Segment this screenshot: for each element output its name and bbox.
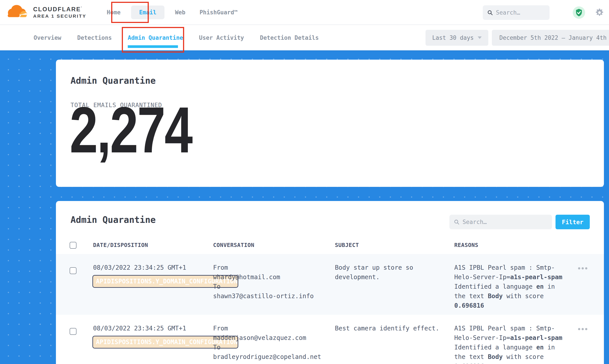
row-actions-menu[interactable] xyxy=(578,328,587,330)
table-row: 08/03/2022 23:34:25 GMT+1 APIDISPOSITION… xyxy=(56,315,604,364)
gear-icon xyxy=(595,8,604,17)
table-row: 08/03/2022 23:34:25 GMT+1 APIDISPOSITION… xyxy=(56,254,604,315)
section-tab-bar: Overview Detections Admin Quarantine Use… xyxy=(0,25,609,50)
to-address: bradleyrodriguez@copeland.net xyxy=(213,352,332,362)
tab-admin-quarantine[interactable]: Admin Quarantine xyxy=(128,34,183,41)
metric-value: 2,274 xyxy=(70,66,192,194)
tab-overview[interactable]: Overview xyxy=(34,34,61,41)
search-icon xyxy=(454,219,459,225)
summary-card: Admin Quarantine TOTAL EMAILS QUARANTINE… xyxy=(56,60,604,187)
nav-item-phishguard[interactable]: PhishGuard™ xyxy=(200,9,238,16)
column-header-subject: SUBJECT xyxy=(335,242,359,248)
brand-trademark: ’ xyxy=(81,6,82,9)
from-label: From xyxy=(213,324,332,333)
row-date: 08/03/2022 23:34:25 GMT+1 xyxy=(93,263,186,272)
time-range-label: Last 30 days xyxy=(432,34,474,41)
date-range-text: December 5th 2022 — January 4th 2023 xyxy=(499,34,609,41)
cloudflare-cloud-icon xyxy=(7,4,30,20)
table-header: DATE/DISPOSITION CONVERSATION SUBJECT RE… xyxy=(56,242,604,254)
top-navigation-bar: CLOUDFLARE’ AREA 1 SECURITY Home Email W… xyxy=(0,0,609,25)
nav-item-email[interactable]: Email xyxy=(131,6,164,19)
quarantine-table-card: Admin Quarantine Filter DATE/DISPOSITION… xyxy=(56,201,604,364)
row-checkbox[interactable] xyxy=(70,328,77,335)
row-actions-menu[interactable] xyxy=(578,267,587,270)
table-search-input[interactable] xyxy=(462,219,548,225)
column-header-conversation: CONVERSATION xyxy=(213,242,255,248)
from-label: From xyxy=(213,263,332,272)
security-status-badge[interactable] xyxy=(573,6,585,19)
row-conversation: From maddenjason@velazquez.com To bradle… xyxy=(213,324,332,362)
global-search[interactable] xyxy=(483,5,550,20)
content-background: Admin Quarantine TOTAL EMAILS QUARANTINE… xyxy=(0,50,609,364)
row-subject: Best camera identify effect. xyxy=(335,324,440,333)
cloudflare-logo[interactable]: CLOUDFLARE’ AREA 1 SECURITY xyxy=(7,4,86,20)
time-range-dropdown[interactable]: Last 30 days xyxy=(426,30,488,46)
caret-down-icon xyxy=(478,37,482,39)
filter-button[interactable]: Filter xyxy=(555,215,590,229)
global-search-input[interactable] xyxy=(496,9,545,16)
nav-item-web[interactable]: Web xyxy=(175,9,186,16)
select-all-checkbox[interactable] xyxy=(70,242,77,249)
primary-nav: Home Email Web PhishGuard™ xyxy=(100,6,245,19)
subnav-right-controls: Last 30 days December 5th 2022 — January… xyxy=(426,25,609,50)
column-header-reasons: REASONS xyxy=(454,242,478,248)
tab-user-activity[interactable]: User Activity xyxy=(199,34,244,41)
tab-detection-details[interactable]: Detection Details xyxy=(260,34,319,41)
brand-wordmark: CLOUDFLARE’ AREA 1 SECURITY xyxy=(33,6,86,19)
column-header-date-disposition: DATE/DISPOSITION xyxy=(93,242,148,248)
to-label: To xyxy=(213,343,332,352)
brand-name: CLOUDFLARE xyxy=(33,6,81,13)
brand-subtitle: AREA 1 SECURITY xyxy=(33,13,86,19)
topnav-right-controls xyxy=(483,0,609,25)
row-subject: Body star up store so development. xyxy=(335,263,440,282)
nav-item-home[interactable]: Home xyxy=(107,9,121,16)
admin-quarantine-page: CLOUDFLARE’ AREA 1 SECURITY Home Email W… xyxy=(0,0,609,364)
search-icon xyxy=(487,9,493,16)
row-date: 08/03/2022 23:34:25 GMT+1 xyxy=(93,324,186,333)
from-address: maddenjason@velazquez.com xyxy=(213,333,332,343)
settings-button[interactable] xyxy=(595,8,604,17)
table-card-title: Admin Quarantine xyxy=(70,215,156,225)
date-range-display[interactable]: December 5th 2022 — January 4th 2023 xyxy=(492,30,609,46)
to-address: shawn37@castillo-ortiz.info xyxy=(213,291,332,301)
from-address: whardy@hotmail.com xyxy=(213,272,332,282)
table-search[interactable] xyxy=(449,215,552,229)
row-checkbox[interactable] xyxy=(70,267,77,274)
to-label: To xyxy=(213,282,332,291)
active-tab-underline xyxy=(128,45,178,48)
row-reasons: A1S IPBL Pearl spam : Smtp-Helo-Server-I… xyxy=(454,324,566,364)
shield-check-icon xyxy=(575,9,582,16)
row-conversation: From whardy@hotmail.com To shawn37@casti… xyxy=(213,263,332,301)
row-reasons: A1S IPBL Pearl spam : Smtp-Helo-Server-I… xyxy=(454,263,566,310)
tab-detections[interactable]: Detections xyxy=(77,34,112,41)
